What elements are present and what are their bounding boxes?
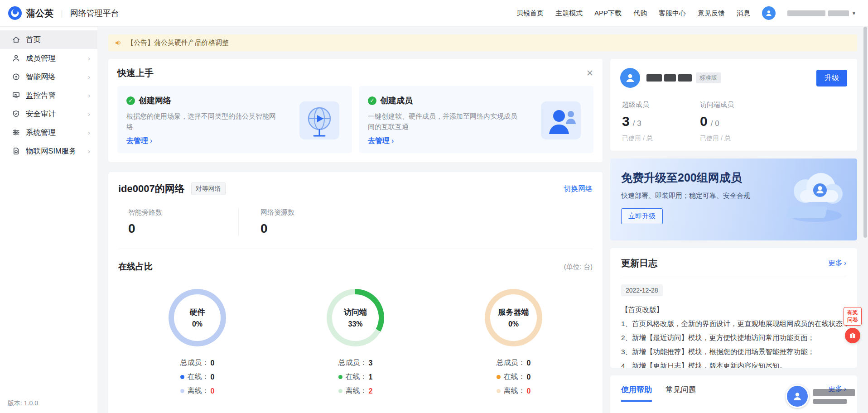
survey-float-widget: 有奖 问卷 [844,307,862,343]
divider [118,249,593,249]
changelog-heading: 【首页改版】 [621,305,846,315]
home-icon [12,35,20,44]
quickstart-create-network: ✓ 创建网络 根据您的使用场景，选择不同类型的蒲公英智能网络 去管理› [117,86,352,153]
stat-smart-bypass: 智能旁路数 0 [118,208,239,236]
main-content: 【公告】蒲公英硬件产品价格调整 快速上手 ✕ ✓ 创建网络 [97,27,868,413]
blurred-text-block [787,10,825,16]
chevron-right-icon: › [150,137,152,144]
nav-purchase[interactable]: 代购 [633,9,647,18]
account-card: 标准版 升级 超级成员 3/ 3 已使用 / 总 访问端成员 0/ 0 已使用 … [610,59,857,151]
quickstart-card: 快速上手 ✕ ✓ 创建网络 根据您的使用场景，选择不同类型的蒲公英智能网络 去管… [108,59,603,162]
manage-member-link[interactable]: 去管理› [368,136,522,146]
chevron-right-icon: › [844,259,846,267]
platform-name: 网络管理平台 [70,8,119,19]
monitor-icon [12,91,20,100]
upgrade-promo-banner: 免费升级至200组网成员 快速部署、即装即用；稳定可靠、安全合规 立即升级 [610,158,857,240]
sidebar-item-smart-network[interactable]: 智能网络 › [0,67,97,86]
offline-dot [497,389,501,393]
tab-usage-help[interactable]: 使用帮助 [621,384,652,402]
network-type-badge: 对等网络 [191,182,226,195]
sidebar-item-members[interactable]: 成员管理 › [0,49,97,67]
sim-card-icon [12,147,20,155]
user-avatar[interactable] [620,68,640,88]
quickstart-title: 快速上手 [117,67,154,79]
shield-icon [12,110,20,118]
nav-feedback[interactable]: 意见反馈 [698,9,725,18]
changelog-line: 4、新增【更新日志】模块，版本更新内容应知尽知。 [621,361,846,368]
sidebar-item-monitoring-alerts[interactable]: 监控告警 › [0,86,97,105]
online-dot [497,375,501,379]
sidebar-item-label: 成员管理 [26,53,56,63]
blurred-text-block [828,10,849,16]
check-icon: ✓ [126,96,135,105]
changelog-title: 更新日志 [621,257,657,269]
nav-beirui-home[interactable]: 贝锐首页 [516,9,544,18]
announcement-bar[interactable]: 【公告】蒲公英硬件产品价格调整 [108,34,857,51]
megaphone-icon [115,39,122,47]
brand-separator: ｜ [58,8,66,19]
plan-badge: 标准版 [696,72,721,83]
gift-icon[interactable] [845,328,860,343]
chevron-right-icon: › [88,73,90,81]
changelog-card: 更新日志 更多› 2022-12-28 【首页改版】 1、首页风格改版，全新的界… [610,248,857,368]
nav-app-download[interactable]: APP下载 [594,9,622,18]
switch-network-link[interactable]: 切换网络 [564,184,593,194]
member-icon [12,54,20,62]
changelog-more-link[interactable]: 更多› [828,259,846,268]
member-illustration [537,97,584,144]
header-nav: 贝锐首页 主题模式 APP下载 代购 客服中心 意见反馈 消息 ▼ [516,6,868,20]
online-ratio-unit: (单位: 台) [564,263,593,271]
nav-support-center[interactable]: 客服中心 [659,9,686,18]
user-name-blurred[interactable]: ▼ [787,10,856,16]
sidebar-item-iot-sim[interactable]: 物联网SIM服务 › [0,142,97,160]
online-chart-server: 服务器端 0% 总成员：0 在线：0 离线：0 [434,289,593,396]
stat-client-members: 访问端成员 0/ 0 已使用 / 总 [700,101,778,143]
blurred-text-block [678,74,692,82]
nav-theme-mode[interactable]: 主题模式 [555,9,583,18]
manage-network-link[interactable]: 去管理› [126,136,280,146]
close-icon[interactable]: ✕ [586,69,593,77]
chevron-down-icon[interactable]: ▼ [852,11,856,16]
page-scrollbar[interactable] [863,27,867,238]
upgrade-now-button[interactable]: 立即升级 [621,208,663,224]
changelog-line: 2、新增【最近访问】模块，更方便快捷地访问常用功能页面； [621,333,846,343]
brand-area: 蒲公英 ｜ 网络管理平台 [0,6,119,20]
blurred-text-block [646,74,662,82]
sidebar: 首页 成员管理 › 智能网络 › 监控告警 › 安全审计 › 系统管理 › [0,27,97,413]
nav-messages[interactable]: 消息 [737,9,750,18]
online-ratio-title: 在线占比 [118,261,153,273]
quickstart-create-member: ✓ 创建成员 一键创建软、硬件成员，并添加至网络内实现成员间的互联互通 去管理› [359,86,593,153]
network-illustration [296,97,343,144]
stat-network-resources: 网络资源数 0 [251,208,294,236]
offline-dot [180,389,184,393]
sidebar-item-label: 监控告警 [26,91,56,101]
online-dot [338,375,342,379]
chevron-right-icon: › [391,137,394,144]
upgrade-button[interactable]: 升级 [816,70,847,86]
sidebar-item-home[interactable]: 首页 [0,30,97,49]
version-label: 版本: 1.0.0 [8,399,38,408]
survey-badge[interactable]: 有奖 问卷 [844,307,862,326]
offline-dot [338,389,342,393]
changelog-line: 1、首页风格改版，全新的界面设计，更直观地展现组网成员的在线状态； [621,319,846,329]
sidebar-item-label: 安全审计 [26,109,56,119]
changelog-date-chip: 2022-12-28 [621,284,663,296]
stat-super-members: 超级成员 3/ 3 已使用 / 总 [622,101,700,143]
sidebar-item-label: 物联网SIM服务 [26,146,77,156]
sidebar-item-security-audit[interactable]: 安全审计 › [0,105,97,123]
donut-ring: 服务器端 0% [485,289,542,346]
tab-faq[interactable]: 常见问题 [665,384,696,400]
online-chart-hardware: 硬件 0% 总成员：0 在线：0 离线：0 [118,289,276,396]
online-chart-client: 访问端 33% 总成员：3 在线：1 离线：2 [276,289,434,396]
chevron-right-icon: › [88,54,90,62]
network-title: ide0007的网络 [118,182,185,196]
changelog-line: 3、新增【功能推荐】模块，根据您的使用场景智能推荐功能； [621,347,846,357]
chevron-right-icon: › [88,110,90,118]
site-watermark [786,382,858,410]
sidebar-item-system-management[interactable]: 系统管理 › [0,123,97,142]
check-icon: ✓ [368,96,376,105]
user-avatar-small[interactable] [762,6,776,20]
sidebar-item-label: 系统管理 [26,128,56,138]
network-icon [12,72,20,81]
account-name-blurred: 标准版 [646,72,816,83]
